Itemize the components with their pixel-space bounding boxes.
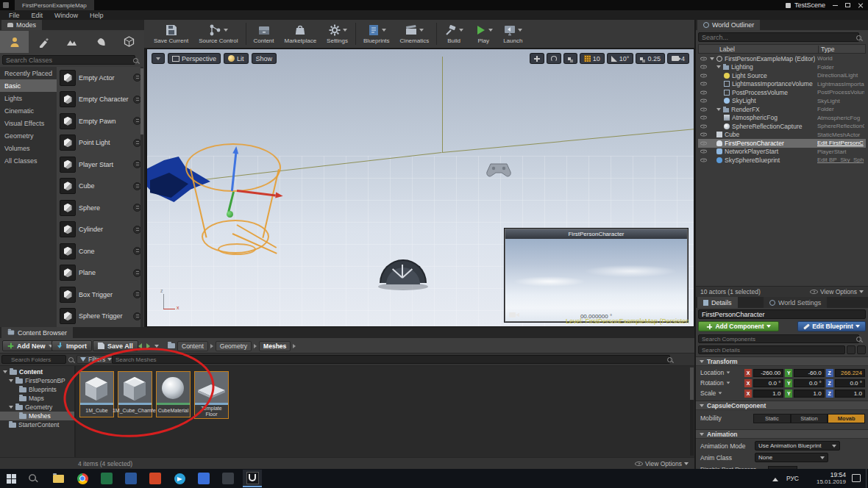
search-components-input[interactable] — [698, 334, 859, 343]
asset-tile-1m-cube-chamfer[interactable]: 1M_Cube_Chamfer — [118, 371, 152, 417]
tab-content-browser[interactable]: Content Browser — [1, 327, 73, 338]
tree-item-startercontent[interactable]: StarterContent — [0, 420, 74, 429]
category-lights[interactable]: Lights — [0, 92, 57, 104]
outliner-row[interactable]: PostProcessVolumePostProcessVolun — [698, 88, 866, 97]
taskbar-word-button[interactable] — [121, 470, 140, 487]
filters-button[interactable]: Filters — [77, 355, 115, 364]
breadcrumb-geometry[interactable]: Geometry — [216, 341, 252, 351]
search-classes-input[interactable] — [2, 55, 135, 65]
placeable-item[interactable]: Plane — [57, 262, 144, 284]
outliner-view-options-button[interactable]: View Options — [810, 288, 864, 295]
save-all-button[interactable]: Save All — [93, 340, 138, 351]
asset-tile-1m-cube[interactable]: 1M_Cube — [79, 371, 114, 417]
tree-item-content[interactable]: Content — [0, 367, 74, 376]
marketplace-button[interactable]: Marketplace — [280, 21, 322, 48]
category-visual-effects[interactable]: Visual Effects — [0, 117, 57, 129]
asset-tile-cubematerial[interactable]: CubeMaterial — [156, 371, 191, 417]
taskbar-search-button[interactable] — [24, 470, 43, 487]
category-all-classes[interactable]: All Classes — [0, 154, 57, 167]
rotate-tool-button[interactable] — [547, 53, 561, 64]
mode-place[interactable] — [0, 31, 29, 53]
capsule-section-header[interactable]: CapsuleComponent — [696, 401, 868, 410]
placeable-item[interactable]: Empty Actor — [57, 67, 144, 89]
taskbar-folder-button[interactable] — [49, 470, 68, 487]
expander-icon[interactable] — [716, 108, 721, 111]
location-y-value[interactable]: -60.0 — [794, 369, 824, 377]
add-new-button[interactable]: Add New — [2, 340, 58, 351]
placeable-item[interactable]: Sphere Trigger — [57, 306, 144, 328]
category-geometry[interactable]: Geometry — [0, 129, 57, 142]
mobility-movable-button[interactable]: Movab — [828, 414, 865, 423]
import-button[interactable]: Import — [51, 340, 92, 351]
outliner-row[interactable]: SphereReflectionCaptureSphereReflectionC — [698, 122, 866, 131]
search-folders-input[interactable] — [1, 355, 66, 364]
start-button[interactable] — [1, 470, 21, 487]
blueprints-button[interactable]: Blueprints — [358, 21, 395, 48]
tray-chevron-button[interactable] — [772, 476, 778, 483]
category-basic[interactable]: Basic — [0, 79, 57, 92]
asset-grid[interactable]: 1M_Cube 1M_Cube_Chamfer CubeMaterial Tem… — [76, 366, 694, 457]
visibility-eye-icon[interactable] — [700, 73, 707, 77]
rotation-y-value[interactable]: 0.0 ° — [794, 379, 824, 387]
viewport[interactable]: FirstPersonCharacter 00.000000 ° Level: … — [146, 49, 694, 327]
placeable-item[interactable]: Player Start — [57, 154, 144, 176]
mode-geometry[interactable] — [115, 31, 143, 53]
outliner-row[interactable]: CubeStaticMeshActor — [698, 131, 866, 140]
animation-section-header[interactable]: Animation — [696, 429, 868, 439]
gamepad-icon[interactable] — [484, 161, 513, 180]
camera-mode-button[interactable]: Perspective — [168, 53, 221, 64]
location-label[interactable]: Location — [700, 369, 743, 376]
minimize-button[interactable] — [829, 1, 842, 10]
mode-paint[interactable] — [29, 31, 57, 53]
taskbar-telegram-button[interactable] — [170, 470, 189, 487]
expander-icon[interactable] — [716, 65, 721, 68]
expander-icon[interactable] — [9, 379, 13, 382]
visibility-eye-icon[interactable] — [700, 82, 707, 86]
rotation-x-value[interactable]: 0.0 ° — [753, 379, 783, 387]
rotation-label[interactable]: Rotation — [700, 379, 743, 387]
transform-section-header[interactable]: Transform — [696, 356, 868, 366]
cinematics-button[interactable]: Cinematics — [395, 21, 435, 48]
outliner-row[interactable]: AtmosphericFogAtmosphericFog — [698, 114, 866, 123]
back-icon[interactable] — [138, 343, 142, 349]
window-title-tab[interactable]: FirstPersonExampleMap — [15, 0, 94, 10]
visibility-eye-icon[interactable] — [700, 65, 707, 69]
property-matrix-icon[interactable] — [847, 345, 855, 354]
close-button[interactable] — [854, 1, 867, 10]
breadcrumb-content[interactable]: Content — [177, 341, 208, 351]
history-dropdown-icon[interactable] — [154, 345, 159, 348]
visibility-eye-icon[interactable] — [700, 141, 707, 145]
tab-world-settings[interactable]: World Settings — [764, 297, 827, 308]
translate-tool-button[interactable] — [530, 53, 544, 64]
menu-window[interactable]: Window — [49, 12, 84, 19]
expander-icon[interactable] — [3, 370, 7, 373]
tree-item-firstpersonbp[interactable]: FirstPersonBP — [0, 376, 74, 385]
visibility-eye-icon[interactable] — [700, 133, 707, 137]
launch-button[interactable]: Launch — [498, 21, 527, 48]
items-scrollbar[interactable] — [140, 67, 143, 327]
tree-item-meshes[interactable]: Meshes — [0, 412, 74, 420]
scale-tool-button[interactable] — [563, 53, 577, 64]
scale-y-value[interactable]: 1.0 — [794, 390, 824, 398]
breadcrumb-separator-icon[interactable] — [210, 344, 213, 348]
breadcrumb-separator-icon[interactable] — [254, 344, 257, 348]
asset-tile-template-floor[interactable]: Template Floor — [194, 371, 229, 419]
save-current-button[interactable]: Save Current — [149, 21, 193, 48]
source-control-button[interactable]: Source Control — [193, 21, 243, 48]
mobility-stationary-button[interactable]: Station — [791, 414, 828, 423]
language-indicator[interactable]: РУС — [786, 475, 799, 482]
taskbar-excel-button[interactable] — [97, 470, 116, 487]
location-z-value[interactable]: 266.224 — [835, 369, 865, 377]
settings-button[interactable]: Settings — [321, 21, 353, 48]
tree-item-blueprints[interactable]: Blueprints — [0, 385, 74, 394]
maximize-button[interactable] — [842, 1, 854, 10]
menu-edit[interactable]: Edit — [26, 12, 49, 19]
view-mode-button[interactable]: Lit — [224, 53, 249, 64]
tab-world-outliner[interactable]: World Outliner — [697, 20, 760, 30]
outliner-column-headers[interactable]: Label Type — [698, 44, 866, 54]
outliner-row[interactable]: LightingFolder — [698, 63, 866, 72]
category-recently-placed[interactable]: Recently Placed — [0, 67, 57, 79]
rotation-z-value[interactable]: 0.0 ° — [835, 379, 865, 387]
scale-snap-button[interactable]: 0.25 — [636, 53, 665, 64]
content-view-options-button[interactable]: View Options — [635, 460, 689, 467]
